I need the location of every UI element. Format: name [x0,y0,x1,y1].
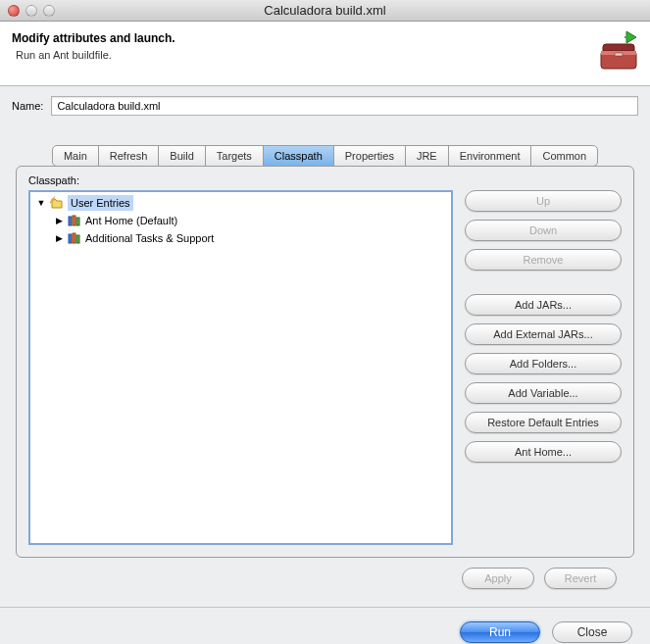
svg-rect-5 [69,217,72,225]
svg-rect-8 [69,234,72,243]
disclosure-right-icon[interactable]: ▶ [54,233,64,243]
toolbox-icon [597,29,640,73]
apply-button[interactable]: Apply [462,568,534,589]
svg-rect-1 [625,36,627,38]
add-jars-button[interactable]: Add JARs... [465,294,622,316]
down-button[interactable]: Down [465,220,622,241]
window-titlebar: Calculadora build.xml [0,0,650,22]
svg-rect-9 [73,233,75,243]
tree-row-ant-home[interactable]: ▶ Ant Home (Default) [32,212,449,229]
tab-build[interactable]: Build [158,145,205,167]
tree-row-additional-tasks[interactable]: ▶ Additional Tasks & Support [32,229,449,247]
remove-button[interactable]: Remove [465,249,622,271]
close-button[interactable]: Close [552,621,632,643]
tab-properties[interactable]: Properties [333,145,406,167]
library-icon [67,214,82,227]
run-button[interactable]: Run [460,621,540,643]
disclosure-down-icon[interactable]: ▼ [36,198,46,208]
tree-label-ant-home: Ant Home (Default) [85,215,177,226]
disclosure-right-icon[interactable]: ▶ [54,216,64,225]
dialog-header: Modify attributes and launch. Run an Ant… [0,22,650,86]
tab-main[interactable]: Main [52,145,99,167]
tab-common[interactable]: Common [530,145,598,167]
svg-rect-10 [76,235,79,243]
name-row: Name: [0,86,650,125]
svg-marker-0 [626,31,636,43]
library-icon [67,231,82,245]
up-button[interactable]: Up [465,190,622,212]
add-folders-button[interactable]: Add Folders... [465,353,622,374]
classpath-label: Classpath: [28,174,622,186]
tab-jre[interactable]: JRE [405,145,449,167]
user-entries-icon [49,196,65,210]
window-title: Calculadora build.xml [0,3,650,18]
tab-row: Main Refresh Build Targets Classpath Pro… [16,145,634,167]
restore-defaults-button[interactable]: Restore Default Entries [465,412,622,433]
revert-button[interactable]: Revert [544,568,617,589]
tree-label-additional-tasks: Additional Tasks & Support [85,232,214,244]
tab-panel: Classpath: ▼ User Entries ▶ Ant Home (De… [16,166,634,558]
add-external-jars-button[interactable]: Add External JARs... [465,323,622,345]
side-buttons: Up Down Remove Add JARs... Add External … [465,190,622,545]
tab-targets[interactable]: Targets [205,145,264,167]
tab-refresh[interactable]: Refresh [98,145,160,167]
tree-label-user-entries: User Entries [71,197,130,209]
svg-rect-4 [615,53,623,56]
ant-home-button[interactable]: Ant Home... [465,441,622,463]
tab-environment[interactable]: Environment [448,145,532,167]
add-variable-button[interactable]: Add Variable... [465,382,622,404]
name-input[interactable] [51,96,638,116]
classpath-tree[interactable]: ▼ User Entries ▶ Ant Home (Default) ▶ [28,190,453,545]
tab-classpath[interactable]: Classpath [263,145,334,167]
tree-row-user-entries[interactable]: ▼ User Entries [32,194,449,212]
dialog-subtitle: Run an Ant buildfile. [12,49,638,61]
svg-rect-7 [76,218,79,225]
dialog-title: Modify attributes and launch. [12,31,638,45]
name-label: Name: [12,100,43,112]
svg-rect-6 [73,216,75,225]
